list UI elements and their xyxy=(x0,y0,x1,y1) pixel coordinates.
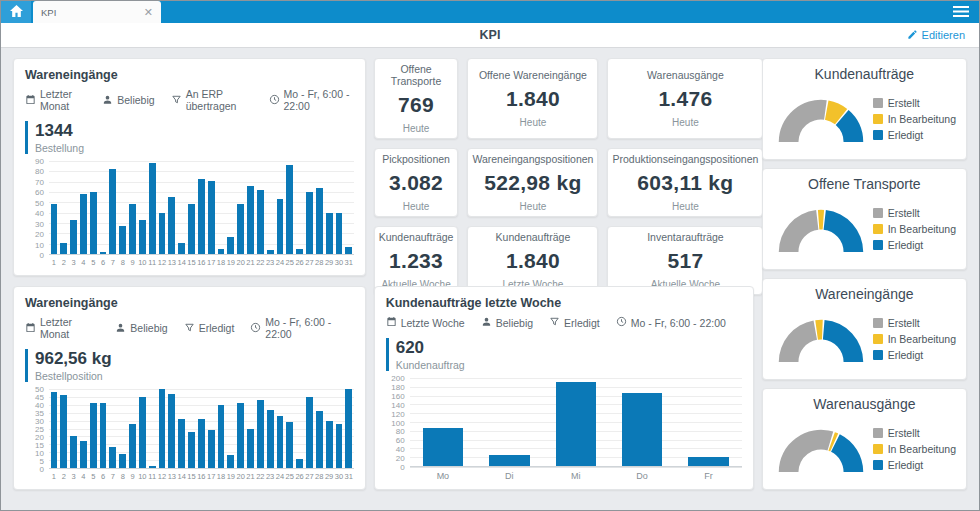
filter-label: Erledigt xyxy=(564,317,600,329)
x-axis-label: 8 xyxy=(118,258,128,267)
close-icon[interactable]: ✕ xyxy=(144,7,153,18)
bar xyxy=(168,394,175,468)
filter-calendar[interactable]: Letzter Monat xyxy=(25,88,86,112)
person-icon xyxy=(115,322,126,335)
x-axis-label: 11 xyxy=(147,472,157,481)
x-axis-label: 22 xyxy=(255,472,265,481)
tab-kpi[interactable]: KPI ✕ xyxy=(33,1,161,23)
kpi-card-period: Heute xyxy=(672,201,699,212)
filter-clock[interactable]: Mo - Fr, 6:00 - 22:00 xyxy=(250,316,353,340)
gauge-title: Offene Transporte xyxy=(771,176,958,192)
x-axis-label: 18 xyxy=(216,258,226,267)
legend-swatch xyxy=(873,98,883,108)
bar xyxy=(336,213,343,254)
kpi-card-value: 3.082 xyxy=(389,171,443,195)
y-axis-tick: 20 xyxy=(35,230,44,239)
legend-item: Erledigt xyxy=(873,349,956,361)
filter-person[interactable]: Beliebig xyxy=(102,94,154,107)
legend-label: Erledigt xyxy=(888,349,924,361)
y-axis-tick: 180 xyxy=(391,382,404,391)
legend-label: In Bearbeitung xyxy=(888,223,956,235)
x-axis-label: Do xyxy=(609,471,675,481)
kpi-card-title: Wareneingangspositionen xyxy=(472,153,593,165)
kpi-card-value: 1.476 xyxy=(658,87,712,111)
bar xyxy=(286,422,293,468)
x-axis-label: 4 xyxy=(78,472,88,481)
x-axis-label: 29 xyxy=(324,258,334,267)
filter-filter[interactable]: Erledigt xyxy=(549,316,600,329)
page-header: KPI Editieren xyxy=(1,23,979,48)
tab-label: KPI xyxy=(41,7,56,18)
legend-label: Erledigt xyxy=(888,459,924,471)
edit-button[interactable]: Editieren xyxy=(907,29,965,42)
x-axis-label: 10 xyxy=(137,258,147,267)
gauge-body: ErstelltIn BearbeitungErledigt xyxy=(771,412,958,485)
home-button[interactable] xyxy=(1,1,31,23)
panel-title: Kundenaufträge letzte Woche xyxy=(386,296,742,310)
filter-clock[interactable]: Mo - Fr, 6:00 - 22:00 xyxy=(616,316,726,329)
bar xyxy=(286,165,293,254)
bar xyxy=(159,213,166,254)
x-axis-label: 16 xyxy=(196,472,206,481)
y-axis-tick: 200 xyxy=(391,374,404,383)
x-axis-label: 29 xyxy=(324,472,334,481)
bar xyxy=(70,220,77,254)
x-axis-label: 8 xyxy=(118,472,128,481)
filter-calendar[interactable]: Letzter Monat xyxy=(25,316,99,340)
bar xyxy=(345,247,352,254)
bar xyxy=(60,243,67,254)
filter-label: Mo - Fr, 6:00 - 22:00 xyxy=(631,317,726,329)
x-axis-label: 12 xyxy=(157,472,167,481)
bar xyxy=(129,204,136,254)
x-axis-label: 31 xyxy=(344,472,354,481)
bar xyxy=(257,400,264,468)
filter-person[interactable]: Beliebig xyxy=(481,316,533,329)
x-axis-label: 25 xyxy=(285,472,295,481)
bar xyxy=(198,419,205,468)
kpi-value: 620 xyxy=(396,338,742,358)
legend-item: Erstellt xyxy=(873,427,956,439)
legend-swatch xyxy=(873,318,883,328)
bar xyxy=(51,204,58,254)
bar xyxy=(80,194,87,254)
legend-swatch xyxy=(873,350,883,360)
bar xyxy=(168,197,175,254)
bar xyxy=(227,455,234,468)
bar xyxy=(178,419,185,468)
bar xyxy=(267,410,274,468)
legend-label: Erstellt xyxy=(888,207,920,219)
bar xyxy=(306,397,313,468)
y-axis-tick: 45 xyxy=(35,393,44,402)
gauge-segment-in-bearbeitung xyxy=(818,209,824,229)
panel-wareneingaenge-bestellung: Wareneingänge Letzter MonatBeliebigAn ER… xyxy=(13,58,366,276)
y-axis-tick: 120 xyxy=(391,409,404,418)
menu-button[interactable] xyxy=(943,1,979,23)
x-axis-label: 22 xyxy=(255,258,265,267)
filter-filter[interactable]: Erledigt xyxy=(184,322,235,335)
gauge-segment-erledigt xyxy=(823,319,863,361)
x-axis-label: 7 xyxy=(108,472,118,481)
x-axis-label: 13 xyxy=(167,258,177,267)
filter-filter[interactable]: An ERP übertragen xyxy=(171,88,253,112)
filter-label: Letzter Monat xyxy=(40,316,99,340)
legend-swatch xyxy=(873,130,883,140)
kpi-card: Pickpositionen3.082Heute xyxy=(374,148,459,217)
bar xyxy=(423,428,463,466)
bar xyxy=(306,192,313,254)
bar xyxy=(60,395,67,468)
y-axis-tick: 10 xyxy=(35,240,44,249)
x-axis-label: 14 xyxy=(177,472,187,481)
filter-label: Beliebig xyxy=(117,94,154,106)
filter-person[interactable]: Beliebig xyxy=(115,322,167,335)
bar xyxy=(345,389,352,468)
bar xyxy=(556,382,596,466)
left-column: Wareneingänge Letzter MonatBeliebigAn ER… xyxy=(13,58,366,490)
y-axis-tick: 60 xyxy=(396,436,405,445)
bar xyxy=(489,455,529,466)
filter-clock[interactable]: Mo - Fr, 6:00 - 22:00 xyxy=(269,88,354,112)
panel-title: Wareneingänge xyxy=(25,68,354,82)
x-axis-label: Di xyxy=(476,471,542,481)
filter-label: Mo - Fr, 6:00 - 22:00 xyxy=(265,316,353,340)
filter-calendar[interactable]: Letzte Woche xyxy=(386,316,465,329)
x-axis-label: 3 xyxy=(69,472,79,481)
